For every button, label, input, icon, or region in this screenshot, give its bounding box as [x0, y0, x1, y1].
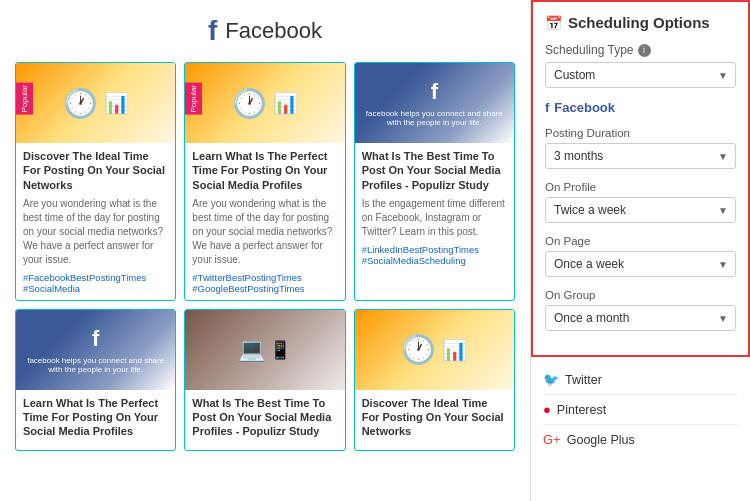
card-title: What Is The Best Time To Post On Your So…	[192, 396, 337, 439]
card-title: Discover The Ideal Time For Posting On Y…	[23, 149, 168, 192]
google-plus-icon: G+	[543, 432, 561, 447]
card-title: What Is The Best Time To Post On Your So…	[362, 149, 507, 192]
card-item[interactable]: f facebook helps you connect and share w…	[15, 309, 176, 451]
card-text: Is the engagement time different on Face…	[362, 197, 507, 239]
card-image: f facebook helps you connect and share w…	[355, 63, 514, 143]
page-header: f Facebook	[15, 15, 515, 47]
twitter-label: Twitter	[565, 373, 602, 387]
card-title: Learn What Is The Perfect Time For Posti…	[23, 396, 168, 439]
posting-duration-wrapper: 1 month 2 months 3 months 6 months ▼	[545, 143, 736, 169]
facebook-section-label: Facebook	[554, 100, 615, 115]
card-tags: #LinkedInBestPostingTimes #SocialMediaSc…	[362, 244, 507, 266]
on-profile-select[interactable]: Once a day Twice a week Once a week	[545, 197, 736, 223]
pinterest-label: Pinterest	[557, 403, 606, 417]
scheduling-type-select[interactable]: Custom Auto Manual	[545, 62, 736, 88]
scheduling-type-wrapper: Custom Auto Manual ▼	[545, 62, 736, 88]
on-group-select[interactable]: Once a day Twice a week Once a week Once…	[545, 305, 736, 331]
card-item[interactable]: 💻 📱 What Is The Best Time To Post On You…	[184, 309, 345, 451]
pinterest-link[interactable]: ● Pinterest	[543, 395, 738, 425]
facebook-logo-icon: f	[208, 15, 217, 47]
google-plus-label: Google Plus	[567, 433, 635, 447]
card-item[interactable]: 🕐 📊 Discover The Ideal Time For Posting …	[354, 309, 515, 451]
card-title: Discover The Ideal Time For Posting On Y…	[362, 396, 507, 439]
scheduling-options-panel: 📅 Scheduling Options Scheduling Type i C…	[531, 0, 750, 357]
page-title: Facebook	[225, 18, 322, 44]
card-image: 🕐 📊	[185, 63, 344, 143]
card-body: Learn What Is The Perfect Time For Posti…	[16, 390, 175, 450]
scheduling-options-title: Scheduling Options	[568, 14, 710, 31]
card-body: What Is The Best Time To Post On Your So…	[355, 143, 514, 272]
left-panel: f Facebook Popular 🕐 📊 Discover The Idea…	[0, 0, 530, 501]
posting-duration-label: Posting Duration	[545, 127, 736, 139]
on-page-select[interactable]: Once a day Twice a week Once a week	[545, 251, 736, 277]
card-body: Learn What Is The Perfect Time For Posti…	[185, 143, 344, 300]
card-body: Discover The Ideal Time For Posting On Y…	[355, 390, 514, 450]
card-item[interactable]: f facebook helps you connect and share w…	[354, 62, 515, 301]
card-body: Discover The Ideal Time For Posting On Y…	[16, 143, 175, 300]
card-image: 🕐 📊	[355, 310, 514, 390]
on-profile-label: On Profile	[545, 181, 736, 193]
twitter-icon: 🐦	[543, 372, 559, 387]
popular-badge: Popular	[185, 83, 202, 115]
google-plus-link[interactable]: G+ Google Plus	[543, 425, 738, 454]
card-image: f facebook helps you connect and share w…	[16, 310, 175, 390]
card-title: Learn What Is The Perfect Time For Posti…	[192, 149, 337, 192]
scheduling-header: 📅 Scheduling Options	[545, 14, 736, 31]
on-page-label: On Page	[545, 235, 736, 247]
card-item[interactable]: Popular 🕐 📊 Learn What Is The Perfect Ti…	[184, 62, 345, 301]
card-tags: #TwitterBestPostingTimes #GoogleBestPost…	[192, 272, 337, 294]
card-item[interactable]: Popular 🕐 📊 Discover The Ideal Time For …	[15, 62, 176, 301]
pinterest-icon: ●	[543, 402, 551, 417]
facebook-small-icon: f	[545, 100, 549, 115]
info-icon[interactable]: i	[638, 44, 651, 57]
fb-section-header: f Facebook	[545, 100, 736, 115]
card-image: 🕐 📊	[16, 63, 175, 143]
calendar-icon: 📅	[545, 15, 562, 31]
card-text: Are you wondering what is the best time …	[23, 197, 168, 267]
social-links-section: 🐦 Twitter ● Pinterest G+ Google Plus	[531, 357, 750, 462]
card-body: What Is The Best Time To Post On Your So…	[185, 390, 344, 450]
popular-badge: Popular	[16, 83, 33, 115]
twitter-link[interactable]: 🐦 Twitter	[543, 365, 738, 395]
cards-grid: Popular 🕐 📊 Discover The Ideal Time For …	[15, 62, 515, 451]
posting-duration-select[interactable]: 1 month 2 months 3 months 6 months	[545, 143, 736, 169]
scheduling-type-label: Scheduling Type i	[545, 43, 736, 57]
card-text: Are you wondering what is the best time …	[192, 197, 337, 267]
card-tags: #FacebookBestPostingTimes #SocialMedia	[23, 272, 168, 294]
on-profile-wrapper: Once a day Twice a week Once a week ▼	[545, 197, 736, 223]
on-group-label: On Group	[545, 289, 736, 301]
right-panel: 📅 Scheduling Options Scheduling Type i C…	[530, 0, 750, 501]
on-page-wrapper: Once a day Twice a week Once a week ▼	[545, 251, 736, 277]
card-image: 💻 📱	[185, 310, 344, 390]
on-group-wrapper: Once a day Twice a week Once a week Once…	[545, 305, 736, 331]
